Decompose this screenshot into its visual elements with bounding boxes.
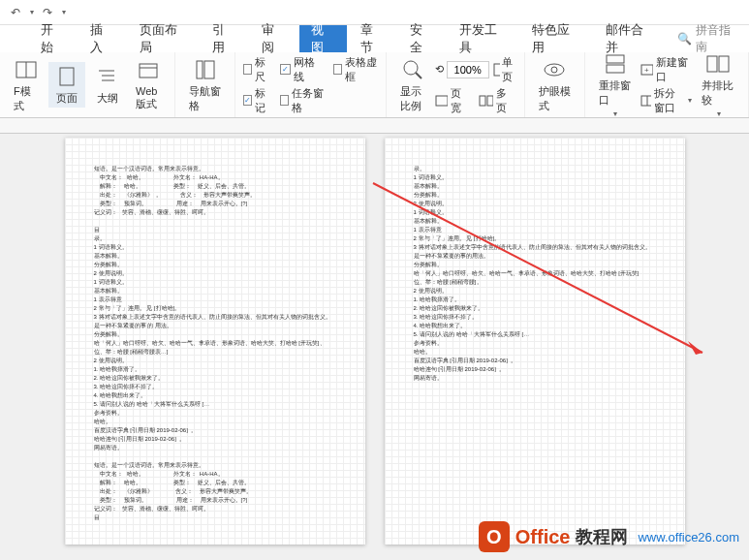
web-view-icon [136,58,161,83]
task-pane-checkbox[interactable]: 任务窗格 [280,86,324,115]
svg-rect-19 [607,65,624,73]
svg-point-16 [545,64,564,76]
page-1[interactable]: 短语。是一个汉语词语。常用来表示得意。 中文名： 哈哈。 外文名： HA-HA。… [65,138,365,544]
svg-rect-15 [487,96,493,106]
page-2-content: 录。 1 词语释义。 基本解释。 分类解释。 2 使用说明。 1 词语释义。 基… [414,165,656,383]
menu-mail-merge[interactable]: 邮件合并 [594,25,666,52]
svg-rect-6 [140,64,157,78]
zoom-value-input[interactable] [447,61,489,78]
svg-rect-8 [197,61,203,78]
command-search[interactable]: 🔍 拼音指南 [668,25,749,52]
svg-point-17 [551,67,557,73]
multi-page-button[interactable]: 多页 [479,86,516,115]
group-zoom: 显示比例 ⟲ 单页 页宽 多页 [387,52,525,117]
side-by-side-label: 并排比较 [702,78,734,108]
watermark: O Office教程网 www.office26.com [479,521,739,552]
gridlines-checkbox[interactable]: ✓网格线 [280,55,324,84]
group-eye-mode: 护眼模式 [525,52,585,117]
svg-text:+: + [644,66,649,75]
checkbox-icon [280,95,289,106]
svg-rect-22 [641,96,650,106]
nav-pane-icon [193,57,218,82]
svg-rect-13 [436,96,448,106]
watermark-url: www.office26.com [638,530,739,544]
undo-dropdown-icon[interactable]: ▾ [30,8,34,16]
ruler-checkbox[interactable]: 标尺 [243,55,270,84]
page-width-button[interactable]: 页宽 [435,86,471,115]
page-view-label: 页面 [56,91,78,106]
rearrange-icon [603,51,628,77]
chevron-down-icon: ▾ [717,109,721,118]
eye-mode-label: 护眼模式 [539,84,571,113]
watermark-brand1: Office [515,526,571,548]
redo-icon[interactable]: ↷ [40,5,55,20]
nav-pane-label: 导航窗格 [189,84,221,113]
mark-checkbox[interactable]: ✓标记 [243,86,270,115]
menu-references[interactable]: 引用 [201,25,248,52]
show-scale-label: 显示比例 [400,84,425,113]
menu-page-layout[interactable]: 页面布局 [128,25,200,52]
magnifier-icon [400,57,425,82]
checkbox-icon [243,64,252,75]
rearrange-label: 重排窗口 [599,78,632,108]
group-nav-pane: 导航窗格 [175,52,235,117]
svg-rect-24 [707,56,717,72]
document-area[interactable]: 短语。是一个汉语词语。常用来表示得意。 中文名： 哈哈。 外文名： HA-HA。… [0,118,749,560]
read-mode-label: F模式 [14,84,39,113]
svg-rect-18 [607,55,624,63]
outline-icon [95,64,120,89]
new-window-button[interactable]: +新建窗口 [640,55,692,84]
chevron-down-icon: ▾ [613,109,617,118]
ribbon: F模式 页面 大纲 Web版式 导航窗格 标尺 ✓标记 ✓网格线 [0,52,749,118]
checkbox-icon: ✓ [280,64,291,75]
outline-view-button[interactable]: 大纲 [89,62,126,108]
table-virtual-checkbox[interactable]: 表格虚框 [333,55,377,84]
horizontal-ruler[interactable] [0,118,749,134]
side-by-side-icon [705,51,731,77]
checkbox-icon: ✓ [243,95,252,106]
eye-icon [542,57,567,82]
web-view-button[interactable]: Web版式 [130,56,167,113]
page-2[interactable]: 录。 1 词语释义。 基本解释。 分类解释。 2 使用说明。 1 词语释义。 基… [385,138,685,544]
menu-security[interactable]: 安全 [398,25,446,52]
svg-rect-2 [60,68,74,85]
page-view-button[interactable]: 页面 [48,62,85,108]
menu-review[interactable]: 审阅 [250,25,297,52]
page-1-content: 短语。是一个汉语词语。常用来表示得意。 中文名： 哈哈。 外文名： HA-HA。… [94,165,336,522]
group-window: 重排窗口▾ +新建窗口 拆分窗口▾ 并排比较▾ [585,52,749,117]
split-window-button[interactable]: 拆分窗口▾ [640,86,692,115]
svg-point-10 [404,61,418,75]
svg-rect-14 [480,96,485,106]
show-scale-button[interactable]: 显示比例 [394,55,431,115]
menu-insert[interactable]: 插入 [78,25,126,52]
menu-start[interactable]: 开始 [29,25,77,52]
menu-view[interactable]: 视图 [299,25,347,52]
watermark-brand2: 教程网 [576,525,628,548]
chevron-down-icon: ▾ [688,96,692,105]
svg-marker-27 [688,341,702,355]
svg-rect-25 [719,56,729,72]
checkbox-icon [333,64,342,75]
menu-developer[interactable]: 开发工具 [448,25,519,52]
zoom-reset-icon[interactable]: ⟲ [435,63,444,76]
group-view-modes: F模式 页面 大纲 Web版式 [0,52,175,117]
group-show-checks: 标尺 ✓标记 ✓网格线 任务窗格 表格虚框 [235,52,387,117]
read-mode-button[interactable]: F模式 [8,55,45,115]
rearrange-window-button[interactable]: 重排窗口▾ [593,49,638,120]
read-mode-icon [14,57,39,82]
menu-bar: 开始 插入 页面布局 引用 审阅 视图 章节 安全 开发工具 特色应用 邮件合并… [0,25,749,52]
undo-icon[interactable]: ↶ [8,5,23,20]
svg-rect-9 [204,61,214,78]
menu-sections[interactable]: 章节 [349,25,396,52]
search-icon: 🔍 [677,32,692,46]
svg-rect-12 [494,64,500,76]
one-page-button[interactable]: 单页 [492,55,516,84]
side-by-side-button[interactable]: 并排比较▾ [696,49,740,120]
page-view-icon [54,64,79,89]
eye-mode-button[interactable]: 护眼模式 [533,55,577,115]
menu-featured[interactable]: 特色应用 [520,25,592,52]
office-logo-icon: O [479,521,510,552]
nav-pane-button[interactable]: 导航窗格 [183,55,227,115]
web-view-label: Web版式 [136,85,161,111]
qat-customize-icon[interactable]: ▾ [62,8,66,16]
